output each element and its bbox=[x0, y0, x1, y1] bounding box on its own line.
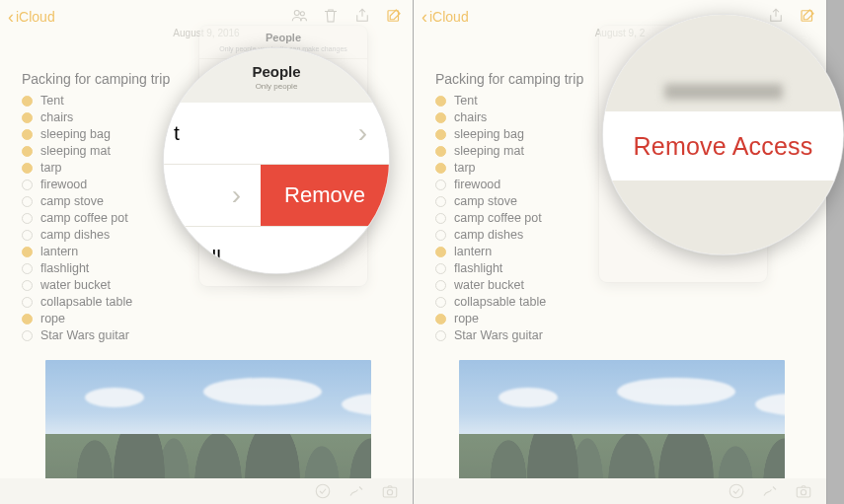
checklist-item-label: tarp bbox=[40, 160, 62, 177]
checklist-item[interactable]: Star Wars guitar bbox=[435, 327, 808, 344]
chevron-right-icon: › bbox=[358, 117, 367, 149]
checklist-item[interactable]: collapsable table bbox=[22, 294, 395, 311]
bullet-empty-icon[interactable] bbox=[22, 297, 33, 308]
checklist-item-label: sleeping bag bbox=[40, 126, 111, 143]
checklist-item-label: chairs bbox=[454, 109, 487, 126]
blurred-person-name bbox=[664, 84, 783, 100]
bullet-empty-icon[interactable] bbox=[22, 263, 33, 274]
bullet-filled-icon[interactable] bbox=[22, 146, 33, 157]
back-button[interactable]: ‹ iCloud bbox=[8, 8, 55, 26]
chevron-left-icon: ‹ bbox=[422, 8, 427, 26]
checklist-item-label: lantern bbox=[40, 244, 78, 260]
svg-rect-4 bbox=[383, 487, 397, 497]
bullet-filled-icon[interactable] bbox=[22, 129, 33, 140]
checklist-item-label: camp coffee pot bbox=[40, 210, 128, 227]
bullet-empty-icon[interactable] bbox=[435, 297, 446, 308]
checklist-item-label: collapsable table bbox=[454, 294, 546, 311]
bullet-empty-icon[interactable] bbox=[435, 213, 446, 224]
bullet-empty-icon[interactable] bbox=[435, 280, 446, 291]
magnifier-sub: Only people bbox=[164, 82, 389, 91]
checklist-item-label: firewood bbox=[454, 177, 500, 193]
checklist-item[interactable]: Star Wars guitar bbox=[22, 327, 395, 344]
svg-point-7 bbox=[729, 484, 743, 498]
svg-point-5 bbox=[387, 490, 392, 495]
checklist-item-label: camp stove bbox=[454, 193, 517, 210]
trash-icon[interactable] bbox=[322, 6, 340, 26]
bullet-filled-icon[interactable] bbox=[435, 314, 446, 324]
bullet-empty-icon[interactable] bbox=[435, 180, 446, 190]
checklist-item-label: lantern bbox=[454, 244, 492, 260]
bottom-toolbar bbox=[414, 478, 826, 504]
bullet-empty-icon[interactable] bbox=[22, 230, 33, 241]
checklist-item-label: collapsable table bbox=[40, 294, 132, 311]
checklist-icon[interactable] bbox=[314, 481, 332, 501]
bullet-filled-icon[interactable] bbox=[22, 96, 33, 107]
svg-point-3 bbox=[316, 484, 330, 498]
checklist-item-label: camp dishes bbox=[40, 227, 110, 244]
checklist-item[interactable]: rope bbox=[22, 311, 395, 327]
checklist-item-label: Star Wars guitar bbox=[454, 327, 543, 344]
checklist-item-label: flashlight bbox=[454, 260, 502, 277]
magnifier-people-remove: People Only people t › › Remove dwell › bbox=[163, 47, 390, 274]
bullet-empty-icon[interactable] bbox=[22, 280, 33, 291]
back-label: iCloud bbox=[16, 9, 55, 25]
bullet-empty-icon[interactable] bbox=[22, 330, 33, 341]
compose-icon[interactable] bbox=[799, 6, 816, 26]
chevron-right-icon: › bbox=[232, 180, 241, 211]
bullet-empty-icon[interactable] bbox=[435, 230, 446, 241]
bullet-filled-icon[interactable] bbox=[435, 112, 446, 123]
checklist-item-label: sleeping mat bbox=[40, 143, 111, 160]
bullet-filled-icon[interactable] bbox=[22, 163, 33, 174]
checklist-item-label: water bucket bbox=[40, 277, 111, 294]
checklist-item-label: chairs bbox=[40, 109, 73, 126]
bullet-filled-icon[interactable] bbox=[435, 163, 446, 174]
checklist-item-label: Tent bbox=[454, 93, 478, 109]
top-actions bbox=[767, 6, 816, 26]
remove-access-button[interactable]: Remove Access bbox=[603, 111, 843, 180]
share-icon[interactable] bbox=[353, 6, 371, 26]
svg-point-1 bbox=[300, 12, 304, 16]
checklist-item[interactable]: collapsable table bbox=[435, 294, 808, 311]
bullet-empty-icon[interactable] bbox=[435, 330, 446, 341]
camera-icon[interactable] bbox=[381, 481, 399, 501]
checklist-item-label: camp dishes bbox=[454, 227, 523, 244]
person-row[interactable]: t › bbox=[164, 103, 389, 165]
bullet-filled-icon[interactable] bbox=[435, 146, 446, 157]
bullet-empty-icon[interactable] bbox=[22, 180, 33, 190]
camera-icon[interactable] bbox=[795, 481, 812, 501]
checklist-item-label: rope bbox=[40, 311, 65, 327]
svg-rect-8 bbox=[797, 487, 810, 497]
svg-point-9 bbox=[801, 490, 806, 495]
checklist-icon[interactable] bbox=[728, 481, 745, 501]
bullet-empty-icon[interactable] bbox=[435, 263, 446, 274]
top-actions bbox=[290, 6, 403, 26]
remove-access-label: Remove Access bbox=[634, 132, 813, 161]
draw-icon[interactable] bbox=[347, 481, 365, 501]
draw-icon[interactable] bbox=[761, 481, 779, 501]
checklist-item-label: camp coffee pot bbox=[454, 210, 542, 227]
bullet-filled-icon[interactable] bbox=[435, 247, 446, 257]
bullet-filled-icon[interactable] bbox=[435, 129, 446, 140]
checklist-item-label: sleeping bag bbox=[454, 126, 524, 143]
bullet-empty-icon[interactable] bbox=[435, 196, 446, 207]
checklist-item-label: sleeping mat bbox=[454, 143, 524, 160]
back-button[interactable]: ‹ iCloud bbox=[422, 8, 469, 26]
bullet-empty-icon[interactable] bbox=[22, 196, 33, 207]
bullet-filled-icon[interactable] bbox=[22, 247, 33, 257]
back-label: iCloud bbox=[429, 9, 469, 25]
checklist-item-label: Tent bbox=[40, 93, 64, 109]
checklist-item-label: flashlight bbox=[40, 260, 89, 277]
bullet-filled-icon[interactable] bbox=[435, 96, 446, 107]
checklist-item-label: Star Wars guitar bbox=[40, 327, 129, 344]
checklist-item[interactable]: rope bbox=[435, 311, 808, 327]
bullet-filled-icon[interactable] bbox=[22, 112, 33, 123]
remove-label: Remove bbox=[284, 182, 365, 208]
people-icon[interactable] bbox=[290, 6, 308, 26]
bullet-filled-icon[interactable] bbox=[22, 314, 33, 324]
checklist-item-label: firewood bbox=[40, 177, 87, 193]
remove-button[interactable]: Remove bbox=[261, 165, 389, 226]
bullet-empty-icon[interactable] bbox=[22, 213, 33, 224]
person-row-swiped[interactable]: › Remove bbox=[164, 165, 389, 227]
compose-icon[interactable] bbox=[385, 6, 403, 26]
person-name-fragment: t bbox=[174, 121, 180, 145]
